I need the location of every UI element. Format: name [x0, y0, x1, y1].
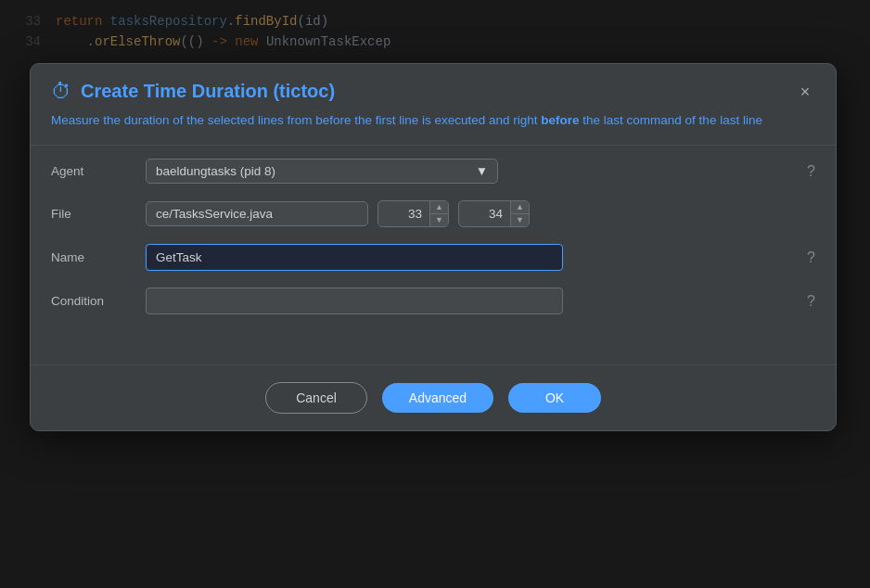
condition-input[interactable]: [146, 288, 563, 314]
agent-label: Agent: [51, 164, 134, 178]
create-time-duration-dialog: ⏱ Create Time Duration (tictoc) × Measur…: [30, 63, 837, 431]
file-label: File: [51, 207, 134, 221]
condition-help-icon[interactable]: ?: [807, 293, 815, 310]
file-input[interactable]: [146, 201, 368, 226]
header-divider: [31, 145, 836, 146]
cancel-button[interactable]: Cancel: [265, 382, 367, 414]
dialog-title-row: ⏱ Create Time Duration (tictoc): [51, 81, 335, 102]
name-label: Name: [51, 250, 134, 264]
condition-row: Condition ?: [51, 288, 815, 314]
form-area: Agent baeldungtasks (pid 8) ▼ ? File ▲: [31, 149, 836, 364]
file-control-group: ▲ ▼ ▲ ▼: [146, 200, 815, 227]
button-row: Cancel Advanced OK: [31, 365, 836, 430]
line-start-input[interactable]: [378, 201, 429, 226]
advanced-button[interactable]: Advanced: [382, 383, 493, 413]
line-end-arrows: ▲ ▼: [510, 201, 529, 226]
line-end-spinner: ▲ ▼: [458, 200, 530, 227]
agent-value: baeldungtasks (pid 8): [156, 164, 275, 178]
line-end-input[interactable]: [459, 201, 510, 226]
line-start-spinner: ▲ ▼: [377, 200, 449, 227]
name-input[interactable]: [146, 244, 563, 271]
agent-dropdown[interactable]: baeldungtasks (pid 8) ▼: [146, 159, 498, 184]
dialog-title: Create Time Duration (tictoc): [81, 81, 335, 102]
ok-button[interactable]: OK: [508, 383, 601, 413]
name-control-group: [146, 244, 796, 271]
name-help-icon[interactable]: ?: [807, 249, 815, 266]
condition-label: Condition: [51, 294, 134, 308]
dropdown-arrow-icon: ▼: [476, 164, 488, 178]
condition-control-group: [146, 288, 796, 314]
agent-control-group: baeldungtasks (pid 8) ▼: [146, 159, 796, 184]
dialog-header: ⏱ Create Time Duration (tictoc) ×: [31, 64, 836, 111]
clock-icon: ⏱: [51, 82, 71, 102]
agent-row: Agent baeldungtasks (pid 8) ▼ ?: [51, 159, 815, 184]
name-row: Name ?: [51, 244, 815, 271]
line-end-up-btn[interactable]: ▲: [511, 201, 529, 213]
line-start-down-btn[interactable]: ▼: [430, 214, 448, 226]
agent-help-icon[interactable]: ?: [807, 163, 815, 180]
file-row: File ▲ ▼ ▲ ▼: [51, 200, 815, 227]
form-spacer: [51, 331, 815, 350]
close-button[interactable]: ×: [795, 82, 815, 102]
line-end-down-btn[interactable]: ▼: [511, 214, 529, 226]
dialog-description: Measure the duration of the selected lin…: [31, 111, 836, 145]
line-start-up-btn[interactable]: ▲: [430, 201, 448, 213]
line-start-arrows: ▲ ▼: [429, 201, 448, 226]
